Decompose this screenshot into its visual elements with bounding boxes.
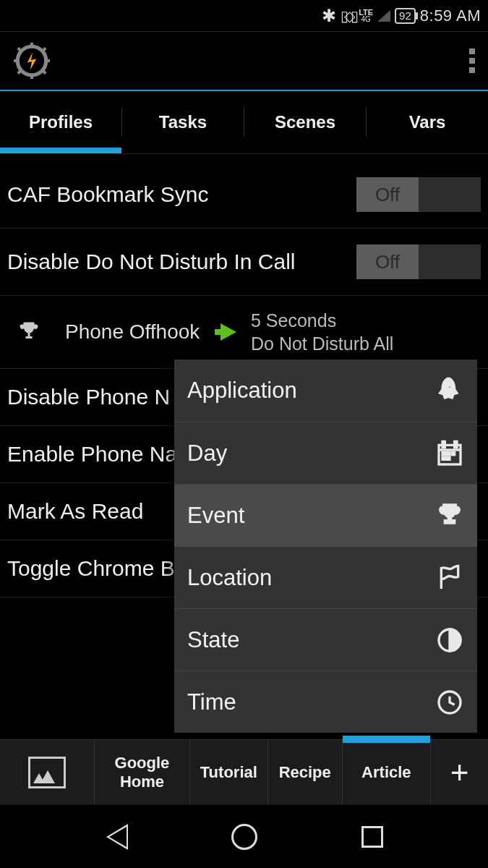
svg-rect-13 <box>455 441 457 447</box>
project-bar: Google Home Tutorial Recipe Article + <box>0 739 488 804</box>
vibrate-icon: ▯◇▯ <box>341 7 354 25</box>
contrast-icon <box>435 626 464 655</box>
tab-vars[interactable]: Vars <box>367 91 488 153</box>
popup-item-label: Day <box>187 441 227 467</box>
popup-item-label: Application <box>187 378 297 404</box>
picture-icon <box>28 757 66 788</box>
tab-profiles[interactable]: Profiles <box>0 91 121 153</box>
popup-item-label: Event <box>187 503 244 529</box>
status-time: 8:59 AM <box>420 7 481 25</box>
project-tab-active[interactable]: Article <box>342 740 430 804</box>
popup-item-event[interactable]: Event <box>174 484 477 546</box>
popup-item-state[interactable]: State <box>174 608 477 671</box>
toggle-off-label: Off <box>356 244 419 279</box>
trophy-icon <box>435 501 464 530</box>
svg-point-9 <box>448 386 452 389</box>
calendar-icon <box>435 439 464 468</box>
svg-rect-14 <box>442 452 445 454</box>
svg-rect-15 <box>448 452 450 454</box>
svg-rect-16 <box>452 452 454 454</box>
trophy-icon <box>16 319 42 345</box>
svg-rect-3 <box>14 59 19 62</box>
profile-row[interactable]: CAF Bookmark Sync Off <box>0 161 488 229</box>
profile-name: Disable Phone N <box>7 385 170 409</box>
svg-rect-18 <box>448 457 450 459</box>
signal-icon <box>377 10 390 22</box>
main-tabs: Profiles Tasks Scenes Vars <box>0 91 488 153</box>
svg-rect-12 <box>442 441 445 447</box>
tab-scenes[interactable]: Scenes <box>244 91 366 153</box>
flag-icon <box>435 563 464 592</box>
profile-name: Toggle Chrome B <box>7 556 175 581</box>
add-context-popup: ApplicationDayEventLocationStateTime <box>174 359 477 733</box>
project-tab[interactable]: Recipe <box>267 740 342 804</box>
popup-item-application[interactable]: Application <box>174 359 477 422</box>
tasker-logo-icon <box>13 42 51 80</box>
android-nav-bar <box>0 804 488 868</box>
project-tab[interactable]: Google Home <box>94 740 189 804</box>
context-label: Phone Offhook <box>65 320 206 344</box>
svg-rect-17 <box>442 457 445 459</box>
clock-icon <box>435 688 464 717</box>
svg-rect-1 <box>30 43 33 48</box>
popup-item-day[interactable]: Day <box>174 422 477 484</box>
profile-name: Enable Phone Na <box>7 442 177 467</box>
bluetooth-icon: ✱ <box>322 6 336 26</box>
context-tasks: 5 Seconds Do Not Disturb All <box>251 309 393 355</box>
app-bar <box>0 32 488 91</box>
popup-item-label: State <box>187 627 239 653</box>
profile-context-row[interactable]: Phone Offhook 5 Seconds Do Not Disturb A… <box>0 296 488 369</box>
toggle-off-label: Off <box>356 177 419 212</box>
svg-rect-2 <box>30 74 33 79</box>
profile-toggle[interactable]: Off <box>356 244 481 279</box>
popup-item-time[interactable]: Time <box>174 671 477 733</box>
project-home-icon[interactable] <box>0 740 94 804</box>
status-bar: ✱ ▯◇▯ LTE 4G 92 8:59 AM <box>0 0 488 32</box>
arrow-right-icon <box>221 323 236 341</box>
profile-name: CAF Bookmark Sync <box>7 182 208 207</box>
project-tab[interactable]: Tutorial <box>189 740 267 804</box>
tab-indicator <box>0 148 121 153</box>
popup-item-label: Time <box>187 689 236 715</box>
rocket-icon <box>435 376 464 405</box>
battery-indicator: 92 <box>395 8 416 24</box>
overflow-menu-button[interactable] <box>469 48 475 73</box>
profile-name: Mark As Read <box>7 499 143 524</box>
nav-home-button[interactable] <box>231 824 257 850</box>
svg-rect-4 <box>45 59 50 62</box>
nav-back-button[interactable] <box>105 824 127 850</box>
profile-name: Disable Do Not Disturb In Call <box>7 250 295 274</box>
tab-tasks[interactable]: Tasks <box>122 91 244 153</box>
profile-row[interactable]: Disable Do Not Disturb In Call Off <box>0 229 488 296</box>
popup-item-location[interactable]: Location <box>174 546 477 608</box>
nav-recent-button[interactable] <box>361 826 383 848</box>
profile-toggle[interactable]: Off <box>356 177 481 212</box>
add-profile-button[interactable]: + <box>430 740 488 804</box>
network-lte-icon: LTE 4G <box>359 9 373 23</box>
popup-item-label: Location <box>187 565 272 591</box>
